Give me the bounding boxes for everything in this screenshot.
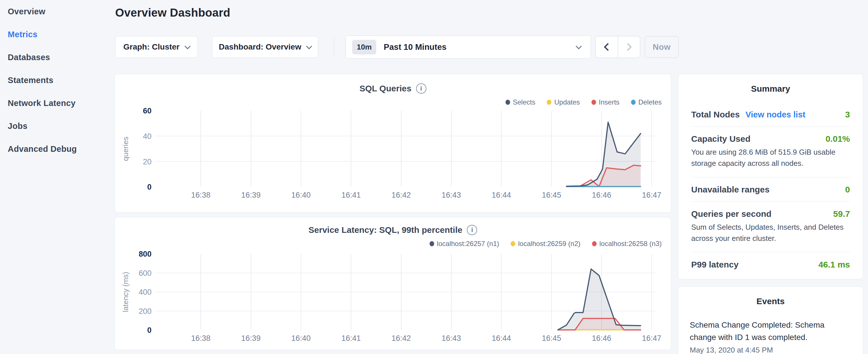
sidebar-item-metrics[interactable]: Metrics — [0, 23, 113, 46]
summary-description: Sum of Selects, Updates, Inserts, and De… — [691, 222, 850, 248]
horizontal-gridlines — [155, 273, 656, 311]
summary-row-total-nodes: Total NodesView nodes list3 — [691, 102, 850, 122]
chevron-left-icon — [604, 43, 612, 51]
summary-value: 0.01% — [826, 134, 850, 144]
svg-text:16:47: 16:47 — [642, 334, 661, 343]
summary-label: Unavailable ranges — [691, 185, 769, 194]
svg-text:200: 200 — [139, 307, 152, 316]
svg-text:800: 800 — [139, 250, 152, 258]
view-nodes-list-link[interactable]: View nodes list — [745, 110, 805, 120]
summary-body: Total NodesView nodes list3Capacity Used… — [678, 102, 863, 272]
summary-value: 59.7 — [833, 209, 850, 219]
time-back-button[interactable] — [596, 36, 618, 58]
svg-text:0: 0 — [147, 326, 152, 334]
summary-label: Queries per second — [691, 209, 771, 219]
svg-text:16:42: 16:42 — [392, 191, 411, 199]
controls-bar: Graph: Cluster Dashboard: Overview 10m P… — [115, 35, 671, 58]
controls-divider — [334, 37, 334, 57]
time-window-label: Past 10 Minutes — [384, 42, 446, 52]
summary-panel: Summary Total NodesView nodes list3Capac… — [678, 74, 863, 279]
now-button[interactable]: Now — [645, 36, 679, 58]
chevron-right-icon — [624, 43, 632, 51]
service-latency-chart-card: Service Latency: SQL, 99th percentile i … — [115, 217, 671, 350]
event-text: Schema Change Completed: Schema change w… — [690, 319, 851, 344]
sidebar-item-overview[interactable]: Overview — [0, 0, 113, 23]
summary-row-p99-latency: P99 latency46.1 ms — [691, 252, 850, 272]
chart-canvas: 16:3816:3916:4016:4116:4216:4316:4416:45… — [115, 74, 671, 212]
svg-text:16:41: 16:41 — [341, 191, 361, 199]
sidebar-item-databases[interactable]: Databases — [0, 46, 113, 69]
sidebar-item-jobs[interactable]: Jobs — [0, 115, 113, 137]
sidebar-item-network-latency[interactable]: Network Latency — [0, 92, 113, 115]
svg-text:16:38: 16:38 — [191, 334, 210, 343]
svg-text:16:40: 16:40 — [291, 334, 311, 343]
summary-value: 46.1 ms — [818, 260, 850, 269]
sidebar-item-statements[interactable]: Statements — [0, 69, 113, 92]
svg-text:400: 400 — [139, 288, 152, 296]
svg-text:16:47: 16:47 — [642, 191, 661, 199]
svg-text:20: 20 — [143, 158, 152, 166]
svg-text:16:43: 16:43 — [442, 334, 461, 343]
time-window-badge: 10m — [352, 40, 376, 55]
y-axis-title: latency (ms) — [122, 272, 129, 312]
summary-row-queries-per-second: Queries per second59.7 — [691, 202, 850, 222]
horizontal-gridlines — [155, 136, 656, 162]
graph-dropdown-label: Graph: Cluster — [123, 42, 179, 52]
series-areas — [566, 122, 641, 187]
svg-text:16:39: 16:39 — [241, 334, 260, 343]
svg-text:16:46: 16:46 — [592, 191, 611, 199]
chevron-down-icon — [184, 43, 190, 49]
svg-text:60: 60 — [143, 106, 152, 115]
svg-text:16:39: 16:39 — [241, 191, 260, 199]
summary-row-capacity-used: Capacity Used0.01% — [691, 127, 850, 147]
sidebar: OverviewMetricsDatabasesStatementsNetwor… — [0, 0, 113, 354]
series-areas — [558, 269, 641, 330]
summary-label: Capacity Used — [691, 134, 750, 144]
svg-text:16:44: 16:44 — [492, 191, 511, 199]
page-title: Overview Dashboard — [115, 6, 230, 19]
x-axis-labels: 16:3816:3916:4016:4116:4216:4316:4416:45… — [191, 191, 661, 199]
dashboard-dropdown-label: Dashboard: Overview — [219, 42, 302, 52]
summary-label: Total Nodes — [691, 110, 740, 120]
y-axis-title: queries — [122, 137, 129, 161]
vertical-gridlines — [201, 110, 652, 187]
y-axis-labels: 0200400600800 — [139, 250, 152, 334]
time-forward-button[interactable] — [618, 36, 640, 58]
events-body: Schema Change Completed: Schema change w… — [678, 319, 863, 354]
chart-canvas: 16:3816:3916:4016:4116:4216:4316:4416:45… — [115, 217, 671, 350]
svg-text:16:40: 16:40 — [291, 191, 311, 199]
event-timestamp: May 13, 2020 at 4:45 PM — [690, 346, 851, 354]
svg-text:16:43: 16:43 — [442, 191, 461, 199]
chevron-down-icon — [576, 43, 582, 49]
chevron-down-icon — [306, 43, 312, 49]
svg-text:16:38: 16:38 — [191, 191, 210, 199]
sql-queries-chart-card: SQL Queries i SelectsUpdatesInsertsDelet… — [115, 74, 671, 213]
main-content: Overview Dashboard Graph: Cluster Dashbo… — [115, 0, 671, 354]
summary-description: You are using 28.6 MiB of 515.9 GiB usab… — [691, 147, 850, 173]
svg-text:16:45: 16:45 — [542, 334, 561, 343]
time-window-selector[interactable]: 10m Past 10 Minutes — [346, 35, 591, 58]
y-axis-labels: 0204060 — [143, 106, 152, 191]
summary-value: 3 — [845, 110, 850, 120]
events-title: Events — [678, 296, 863, 306]
sidebar-item-advanced-debug[interactable]: Advanced Debug — [0, 137, 113, 160]
events-panel: Events Schema Change Completed: Schema c… — [678, 286, 863, 354]
graph-dropdown[interactable]: Graph: Cluster — [115, 36, 198, 58]
dashboard-dropdown[interactable]: Dashboard: Overview — [212, 36, 318, 58]
svg-text:16:41: 16:41 — [341, 334, 361, 343]
time-pager — [595, 36, 640, 58]
summary-title: Summary — [678, 84, 863, 94]
svg-text:0: 0 — [147, 183, 152, 191]
svg-text:16:45: 16:45 — [542, 191, 561, 199]
svg-text:16:46: 16:46 — [592, 334, 611, 343]
svg-text:16:42: 16:42 — [392, 334, 411, 343]
svg-text:40: 40 — [143, 132, 152, 141]
x-axis-labels: 16:3816:3916:4016:4116:4216:4316:4416:45… — [191, 334, 661, 343]
svg-text:16:44: 16:44 — [492, 334, 511, 343]
summary-value: 0 — [845, 185, 850, 194]
summary-label: P99 latency — [691, 260, 739, 269]
summary-row-unavailable-ranges: Unavailable ranges0 — [691, 177, 850, 197]
svg-text:600: 600 — [139, 269, 152, 278]
